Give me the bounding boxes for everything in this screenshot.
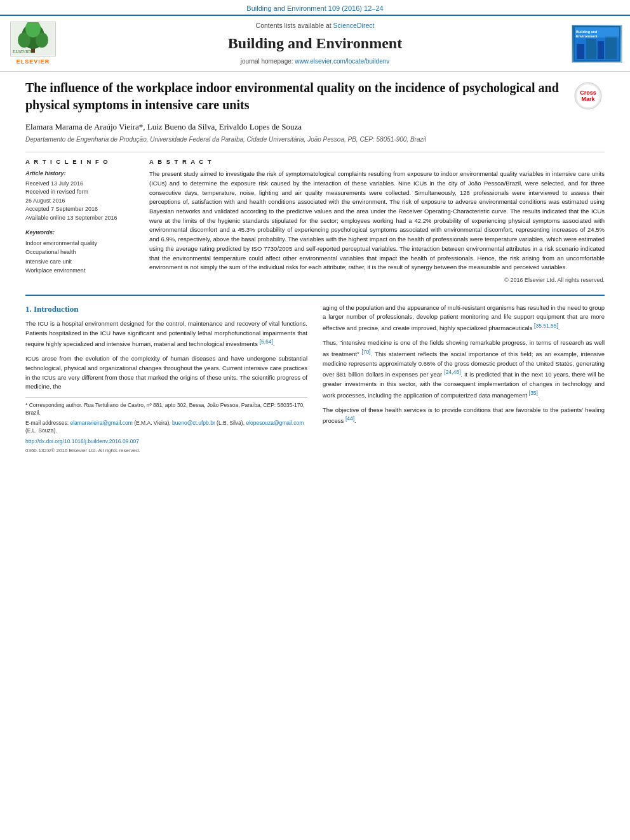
intro-para-2: ICUs arose from the evolution of the com…: [25, 354, 307, 392]
journal-citation-line: Building and Environment 109 (2016) 12–2…: [0, 0, 630, 15]
keyword-4: Workplace environment: [25, 266, 137, 275]
svg-text:ELSEVIER: ELSEVIER: [12, 49, 33, 54]
footnote-area: * Corresponding author. Rua Tertuliano d…: [25, 397, 307, 434]
doi-link[interactable]: http://dx.doi.org/10.1016/j.buildenv.201…: [25, 438, 307, 446]
divider-1: [25, 152, 605, 152]
abstract-heading: A B S T R A C T: [149, 157, 605, 166]
body-col-left: 1. Introduction The ICU is a hospital en…: [25, 303, 307, 455]
history-accepted: Accepted 7 September 2016: [25, 205, 137, 214]
svg-text:Building and: Building and: [576, 30, 597, 34]
svg-rect-11: [598, 41, 604, 59]
email-1-link[interactable]: elamaravieira@gmail.com: [70, 420, 132, 426]
copyright-line: © 2016 Elsevier Ltd. All rights reserved…: [149, 276, 605, 284]
elsevier-logo-image: ELSEVIER: [10, 22, 56, 57]
sciencedirect-link[interactable]: ScienceDirect: [333, 22, 375, 29]
body-col-right: aging of the population and the appearan…: [323, 303, 605, 455]
svg-text:Cross: Cross: [580, 90, 596, 96]
journal-title: Building and Environment: [228, 33, 402, 55]
article-info-column: A R T I C L E I N F O Article history: R…: [25, 157, 137, 284]
journal-header-center: Contents lists available at ScienceDirec…: [65, 21, 565, 65]
history-revised-date: 26 August 2016: [25, 197, 137, 206]
affiliation: Departamento de Engenharia de Produção, …: [25, 135, 605, 144]
journal-header: ELSEVIER ELSEVIER Contents lists availab…: [0, 15, 630, 71]
keywords-label: Keywords:: [25, 229, 137, 237]
email-2-link[interactable]: bueno@ct.ufpb.br: [172, 420, 215, 426]
main-content: The influence of the workplace indoor en…: [0, 72, 630, 461]
authors-line: Elamara Marama de Araújo Vieira*, Luiz B…: [25, 121, 605, 133]
intro-para-col2-1: aging of the population and the appearan…: [323, 303, 605, 333]
contents-line: Contents lists available at ScienceDirec…: [256, 21, 375, 30]
svg-text:Mark: Mark: [581, 96, 595, 102]
article-info-abstract-row: A R T I C L E I N F O Article history: R…: [25, 157, 605, 284]
footnote-corresponding: * Corresponding author. Rua Tertuliano d…: [25, 401, 307, 417]
abstract-column: A B S T R A C T The present study aimed …: [149, 157, 605, 284]
keyword-2: Occupational health: [25, 248, 137, 257]
svg-rect-12: [605, 36, 617, 59]
crossmark-logo[interactable]: Cross Mark: [572, 79, 605, 112]
journal-cover-image: Building and Environment: [572, 25, 622, 63]
journal-url[interactable]: www.elsevier.com/locate/buildenv: [295, 58, 389, 65]
intro-para-1: The ICU is a hospital environment design…: [25, 319, 307, 349]
email-3-link[interactable]: elopesouza@gmail.com: [246, 420, 304, 426]
abstract-text: The present study aimed to investigate t…: [149, 170, 605, 272]
elsevier-logo-area: ELSEVIER ELSEVIER: [8, 22, 58, 66]
keyword-1: Indoor environmental quality: [25, 239, 137, 248]
issn-line: 0360-1323/© 2016 Elsevier Ltd. All right…: [25, 447, 307, 454]
keyword-3: Intensive care unit: [25, 257, 137, 266]
svg-rect-9: [577, 44, 584, 59]
svg-text:Environment: Environment: [576, 34, 598, 38]
history-received: Received 13 July 2016: [25, 180, 137, 189]
intro-para-col2-2: Thus, "intensive medicine is one of the …: [323, 338, 605, 401]
history-revised-label: Received in revised form: [25, 188, 137, 197]
article-info-heading: A R T I C L E I N F O: [25, 157, 137, 166]
body-divider: [25, 295, 605, 296]
intro-para-col2-3: The objective of these health services i…: [323, 406, 605, 427]
journal-homepage: journal homepage: www.elsevier.com/locat…: [241, 57, 390, 66]
intro-section-title: 1. Introduction: [25, 303, 307, 315]
svg-rect-10: [586, 39, 596, 59]
history-online: Available online 13 September 2016: [25, 214, 137, 223]
body-columns: 1. Introduction The ICU is a hospital en…: [25, 303, 605, 455]
history-label: Article history:: [25, 170, 137, 178]
footnote-emails: E-mail addresses: elamaravieira@gmail.co…: [25, 419, 307, 435]
article-title: The influence of the workplace indoor en…: [25, 79, 605, 114]
elsevier-wordmark: ELSEVIER: [17, 58, 50, 66]
